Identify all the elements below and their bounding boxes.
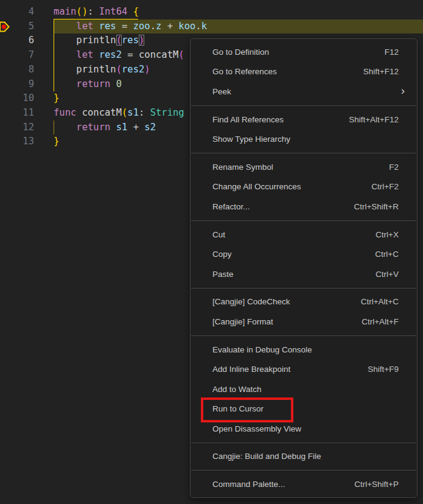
menu-separator (191, 105, 416, 106)
menu-item-shortcut: Ctrl+V (376, 270, 399, 279)
code-token: + (161, 21, 178, 32)
editor-context-menu: Go to DefinitionF12Go to ReferencesShift… (190, 38, 418, 498)
code-token: let (76, 21, 93, 32)
menu-item-label: Cut (212, 230, 225, 239)
menu-item-shortcut: F12 (385, 47, 399, 57)
code-token: Int64 (99, 6, 128, 17)
line-number: 7 (0, 48, 34, 63)
code-token: koo (178, 21, 195, 32)
code-text: func concatM(s1: String (54, 106, 184, 121)
code-line-4[interactable]: 4main(): Int64 { (0, 5, 423, 19)
menu-item-cangjie-build-and-debug-file[interactable]: Cangjie: Build and Debug File (191, 447, 417, 467)
code-token: { (133, 6, 139, 17)
menu-item-find-all-references[interactable]: Find All ReferencesShift+Alt+F12 (191, 110, 417, 130)
code-token: = (116, 21, 133, 32)
code-text: let res2 = concatM( (54, 48, 184, 63)
code-token: : (139, 107, 150, 118)
code-token: ( (116, 35, 122, 46)
code-token: String (150, 107, 184, 118)
menu-item-shortcut: Ctrl+Shift+R (354, 202, 399, 211)
menu-item-shortcut: Shift+F9 (368, 365, 399, 374)
code-token: concatM (139, 49, 178, 60)
line-number: 8 (0, 63, 34, 77)
breakpoint-current-line-icon[interactable] (0, 21, 10, 32)
code-token (127, 6, 133, 17)
code-token: return (76, 79, 110, 89)
menu-item-cut[interactable]: CutCtrl+X (191, 225, 417, 245)
code-token: . (195, 21, 201, 32)
menu-item-cangjie-format[interactable]: [Cangjie] FormatCtrl+Alt+F (191, 312, 417, 332)
menu-separator (191, 288, 416, 289)
code-token (76, 107, 82, 118)
menu-item-label: Show Type Hierarchy (212, 135, 290, 144)
code-token: res (122, 35, 139, 46)
line-number: 4 (0, 5, 34, 19)
menu-item-label: Refactor... (212, 202, 250, 211)
menu-item-run-to-cursor[interactable]: Run to Cursor (191, 399, 417, 419)
menu-item-label: [Cangjie] Format (212, 317, 273, 326)
menu-item-evaluate-in-debug-console[interactable]: Evaluate in Debug Console (191, 340, 417, 360)
menu-item-change-all-occurrences[interactable]: Change All OccurrencesCtrl+F2 (191, 177, 417, 197)
code-token: concatM (82, 107, 122, 118)
menu-item-add-inline-breakpoint[interactable]: Add Inline BreakpointShift+F9 (191, 359, 417, 379)
menu-item-cangjie-codecheck[interactable]: [Cangjie] CodeCheckCtrl+Alt+C (191, 292, 417, 312)
vscode-editor-screen: 34main(): Int64 {5 let res = zoo.z + koo… (0, 0, 423, 504)
code-token: res (99, 21, 116, 32)
menu-item-show-type-hierarchy[interactable]: Show Type Hierarchy (191, 129, 417, 149)
code-token: z (156, 21, 161, 32)
code-token: println (76, 64, 116, 75)
submenu-chevron-icon: › (401, 85, 405, 98)
code-text: println(res) (54, 33, 144, 48)
code-token: + (127, 122, 144, 133)
menu-item-label: Change All Occurrences (212, 182, 301, 191)
code-text: return s1 + s2 (54, 121, 156, 135)
code-token: ( (122, 107, 127, 118)
menu-item-refactor[interactable]: Refactor...Ctrl+Shift+R (191, 197, 417, 217)
menu-item-rename-symbol[interactable]: Rename SymbolF2 (191, 157, 417, 177)
menu-item-copy[interactable]: CopyCtrl+C (191, 244, 417, 264)
code-token: : (88, 6, 99, 17)
code-token: res2 (122, 64, 144, 75)
menu-item-label: Command Palette... (212, 480, 285, 489)
code-token (93, 21, 99, 32)
menu-item-add-to-watch[interactable]: Add to Watch (191, 379, 417, 399)
code-token (54, 64, 76, 75)
menu-separator (191, 470, 416, 471)
menu-item-shortcut: Ctrl+C (375, 250, 399, 259)
menu-item-go-to-references[interactable]: Go to ReferencesShift+F12 (191, 62, 417, 82)
menu-item-label: Evaluate in Debug Console (212, 345, 312, 354)
code-text: println(res2) (54, 63, 150, 77)
code-token: res2 (99, 49, 122, 60)
code-token (54, 122, 76, 133)
menu-item-label: Go to References (212, 67, 277, 76)
code-token: () (76, 6, 88, 17)
code-token: func (54, 107, 76, 118)
code-token: return (76, 122, 110, 133)
menu-item-shortcut: Ctrl+F2 (371, 182, 399, 191)
menu-separator (191, 220, 416, 221)
code-token (54, 49, 76, 60)
code-token: ( (178, 49, 184, 60)
menu-item-label: [Cangjie] CodeCheck (212, 297, 290, 306)
menu-item-label: Add to Watch (212, 385, 262, 394)
code-token: } (54, 93, 59, 103)
menu-item-label: Go to Definition (212, 47, 269, 57)
menu-item-label: Cangjie: Build and Debug File (212, 452, 321, 461)
menu-item-command-palette[interactable]: Command Palette...Ctrl+Shift+P (191, 474, 417, 494)
menu-separator (191, 153, 416, 153)
menu-item-peek[interactable]: Peek› (191, 82, 417, 102)
menu-item-open-disassembly-view[interactable]: Open Disassembly View (191, 419, 417, 439)
code-token (54, 21, 76, 32)
menu-item-label: Run to Cursor (212, 404, 264, 413)
menu-separator (191, 443, 416, 443)
menu-item-shortcut: Shift+Alt+F12 (349, 115, 399, 124)
menu-item-label: Add Inline Breakpoint (212, 365, 290, 374)
menu-item-shortcut: Ctrl+X (376, 230, 399, 239)
menu-item-paste[interactable]: PasteCtrl+V (191, 264, 417, 284)
menu-item-label: Find All References (212, 115, 284, 124)
code-token (54, 79, 76, 89)
code-text: let res = zoo.z + koo.k (54, 19, 207, 34)
line-number: 11 (0, 106, 34, 121)
menu-item-shortcut: Ctrl+Alt+F (362, 317, 399, 326)
menu-item-go-to-definition[interactable]: Go to DefinitionF12 (191, 42, 417, 62)
